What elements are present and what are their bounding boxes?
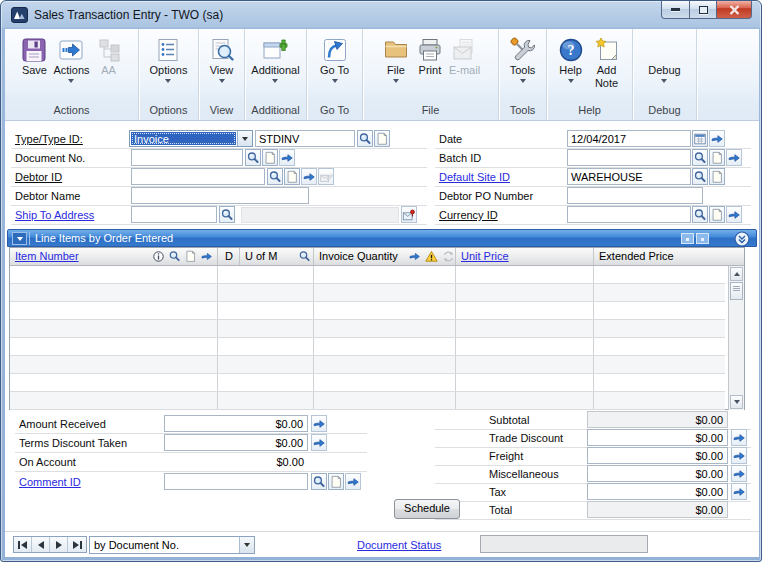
scrollbar-thumb[interactable]: [730, 282, 743, 300]
grid-cell[interactable]: [594, 356, 725, 373]
show-details-chevron-button[interactable]: [734, 231, 750, 247]
actions-button[interactable]: Actions: [51, 34, 91, 83]
debtor-id-write-letters-button[interactable]: [318, 168, 334, 185]
freight-expand-button[interactable]: [731, 447, 747, 464]
document-no-field[interactable]: [131, 149, 243, 166]
restore-button[interactable]: [690, 1, 717, 19]
item-info-button[interactable]: [150, 249, 166, 264]
grid-cell[interactable]: [594, 284, 725, 301]
debtor-po-number-field[interactable]: [567, 187, 703, 204]
grid-cell[interactable]: [218, 284, 314, 301]
grid-cell[interactable]: [314, 320, 456, 337]
line-items-toggle-1[interactable]: [681, 233, 694, 244]
quantity-expand-button[interactable]: [406, 249, 422, 264]
grid-cell[interactable]: [314, 392, 456, 409]
grid-cell[interactable]: [594, 338, 725, 355]
grid-cell[interactable]: [10, 338, 218, 355]
batch-id-field[interactable]: [567, 149, 691, 166]
grid-cell[interactable]: [10, 320, 218, 337]
grid-cell[interactable]: [594, 374, 725, 391]
grid-cell[interactable]: [456, 302, 594, 319]
debtor-id-note-button[interactable]: [284, 168, 300, 185]
grid-cell[interactable]: [10, 266, 218, 283]
grid-cell[interactable]: [456, 284, 594, 301]
last-record-button[interactable]: [68, 537, 86, 552]
grid-cell[interactable]: [218, 392, 314, 409]
comment-id-field[interactable]: [164, 473, 308, 490]
trade-discount-expand-button[interactable]: [731, 429, 747, 446]
sort-by-dropdown[interactable]: by Document No.: [89, 536, 255, 554]
trade-discount-field[interactable]: $0.00: [587, 429, 728, 446]
grid-cell[interactable]: [218, 266, 314, 283]
terms-discount-expand-button[interactable]: [311, 434, 327, 451]
amount-received-field[interactable]: $0.00: [164, 415, 308, 432]
amount-received-expand-button[interactable]: [311, 415, 327, 432]
comment-id-lookup-button[interactable]: [311, 473, 327, 490]
grid-cell[interactable]: [314, 284, 456, 301]
close-button[interactable]: [717, 1, 752, 19]
grid-cell[interactable]: [10, 374, 218, 391]
grid-cell[interactable]: [456, 338, 594, 355]
email-button[interactable]: E-mail: [447, 34, 482, 77]
options-button[interactable]: Options: [148, 34, 190, 83]
tax-expand-button[interactable]: [731, 483, 747, 500]
document-no-expand-button[interactable]: [279, 149, 295, 166]
grid-cell[interactable]: [594, 302, 725, 319]
first-record-button[interactable]: [14, 537, 32, 552]
grid-cell[interactable]: [456, 266, 594, 283]
grid-cell[interactable]: [594, 320, 725, 337]
print-button[interactable]: Print: [413, 34, 447, 77]
default-site-id-link[interactable]: Default Site ID: [439, 171, 510, 183]
ship-to-address-lookup-button[interactable]: [219, 206, 235, 223]
aa-button[interactable]: AA: [92, 34, 126, 77]
chevron-down-icon[interactable]: [237, 131, 252, 146]
debug-button[interactable]: Debug: [646, 34, 682, 83]
type-id-note-button[interactable]: [374, 130, 390, 147]
miscellaneous-field[interactable]: $0.00: [587, 465, 728, 482]
item-note-button[interactable]: [182, 249, 198, 264]
freight-field[interactable]: $0.00: [587, 447, 728, 464]
document-no-note-button[interactable]: [262, 149, 278, 166]
unit-price-column-link[interactable]: Unit Price: [461, 250, 509, 262]
line-items-view-dropdown-button[interactable]: [12, 232, 27, 245]
scroll-up-button[interactable]: [730, 267, 743, 281]
comment-id-note-button[interactable]: [328, 473, 344, 490]
comment-id-expand-button[interactable]: [345, 473, 361, 490]
tax-field[interactable]: $0.00: [587, 483, 728, 500]
view-button[interactable]: View: [205, 34, 239, 83]
date-calendar-button[interactable]: [692, 130, 708, 147]
file-button[interactable]: File: [379, 34, 413, 83]
grid-cell[interactable]: [10, 284, 218, 301]
schedule-button[interactable]: Schedule: [394, 499, 460, 519]
currency-id-note-button[interactable]: [709, 206, 725, 223]
default-site-id-note-button[interactable]: [709, 168, 725, 185]
grid-cell[interactable]: [314, 356, 456, 373]
grid-cell[interactable]: [456, 392, 594, 409]
currency-id-field[interactable]: [567, 206, 691, 223]
help-button[interactable]: Help: [554, 34, 588, 83]
document-no-lookup-button[interactable]: [245, 149, 261, 166]
scroll-down-button[interactable]: [730, 395, 743, 409]
grid-cell[interactable]: [10, 392, 218, 409]
grid-cell[interactable]: [456, 356, 594, 373]
additional-button[interactable]: Additional: [249, 34, 301, 83]
grid-cell[interactable]: [456, 320, 594, 337]
edit-ship-to-address-button[interactable]: [401, 206, 417, 223]
currency-id-expand-button[interactable]: [726, 206, 742, 223]
ship-to-address-field[interactable]: [131, 206, 217, 223]
ship-to-address-link[interactable]: Ship To Address: [15, 209, 94, 221]
batch-id-expand-button[interactable]: [726, 149, 742, 166]
debtor-id-field[interactable]: [131, 168, 265, 185]
default-site-id-field[interactable]: WAREHOUSE: [567, 168, 691, 185]
grid-cell[interactable]: [314, 266, 456, 283]
grid-cell[interactable]: [218, 302, 314, 319]
grid-cell[interactable]: [10, 302, 218, 319]
batch-id-lookup-button[interactable]: [692, 149, 708, 166]
currency-id-lookup-button[interactable]: [692, 206, 708, 223]
grid-scrollbar[interactable]: [728, 266, 744, 410]
terms-discount-taken-field[interactable]: $0.00: [164, 434, 308, 451]
type-id-lookup-button[interactable]: [357, 130, 373, 147]
titlebar[interactable]: Sales Transaction Entry - TWO (sa): [1, 1, 761, 29]
item-number-column-link[interactable]: Item Number: [15, 250, 79, 262]
date-field[interactable]: 12/04/2017: [567, 130, 691, 147]
